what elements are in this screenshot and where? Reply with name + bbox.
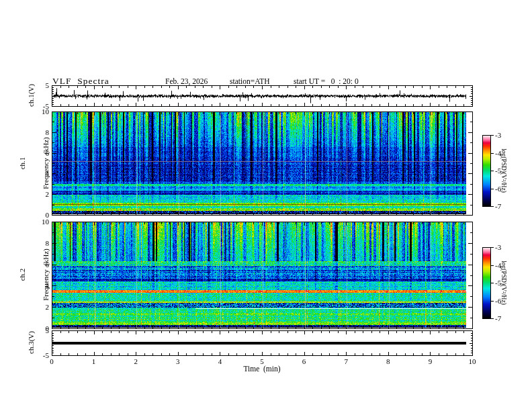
tick-label: 8	[46, 128, 50, 136]
tick-label: 4	[218, 357, 222, 365]
ch3-voltage-axis-label: ch.3(V)	[28, 331, 36, 354]
tick-label: -5	[495, 279, 501, 287]
tick-label: 10	[42, 107, 49, 116]
tick-label: 10	[42, 218, 49, 226]
colorbar1-label: log(PSD)(V²/Hz)	[500, 148, 507, 193]
tick-label: 7	[344, 357, 348, 365]
tick-label: 6	[302, 357, 306, 365]
tick-label: -7	[495, 202, 501, 210]
tick-label: -3	[495, 243, 501, 251]
tick-label: 2	[134, 357, 138, 365]
start-ut-label: start UT = 0 : 20: 0	[294, 77, 359, 85]
tick-label: 0	[50, 357, 54, 365]
date-label: Feb. 23, 2026	[165, 77, 208, 85]
tick-label: 5	[46, 81, 50, 89]
ch1-frequency-axis-label: ch.1 Frequency (kHz)	[3, 137, 65, 189]
tick-label: 1	[92, 357, 96, 365]
tick-label: 10	[469, 357, 476, 365]
tick-label: 6	[46, 261, 50, 269]
colorbar2-label: log(PSD)(V²/Hz)	[500, 261, 507, 305]
ch2-frequency-axis-line1: ch.2	[19, 248, 27, 301]
tick-label: 8	[46, 239, 50, 247]
ch1-voltage-axis-label: ch.1(V)	[28, 84, 36, 107]
tick-label: 0	[46, 324, 50, 332]
tick-label: 4	[46, 169, 50, 177]
axes-frame-canvas	[0, 0, 532, 411]
tick-label: 8	[386, 357, 390, 365]
time-axis-label: Time (min)	[243, 365, 280, 373]
tick-label: -6	[495, 297, 501, 305]
tick-label: -3	[495, 131, 501, 139]
tick-label: 5	[260, 357, 264, 365]
tick-label: 9	[429, 357, 433, 365]
tick-label: 4	[46, 281, 50, 289]
ch1-frequency-axis-line1: ch.1	[19, 137, 27, 189]
ch2-frequency-axis-line2: Frequency (kHz)	[42, 248, 50, 301]
tick-label: 2	[46, 190, 50, 198]
tick-label: -5	[495, 167, 501, 175]
tick-label: -6	[495, 185, 501, 193]
tick-label: -7	[495, 314, 501, 322]
station-label: station=ATH	[230, 77, 270, 85]
vlf-spectra-figure: VLF Spectra Feb. 23, 2026 station=ATH st…	[0, 0, 532, 411]
tick-label: 6	[46, 149, 50, 157]
ch2-frequency-axis-label: ch.2 Frequency (kHz)	[3, 248, 65, 301]
tick-label: -5	[43, 351, 49, 359]
tick-label: 2	[46, 303, 50, 311]
tick-label: 3	[176, 357, 180, 365]
figure-title: VLF Spectra	[52, 76, 109, 87]
ch1-frequency-axis-line2: Frequency (kHz)	[42, 137, 50, 189]
tick-label: -4	[495, 149, 501, 157]
tick-label: -4	[495, 261, 501, 269]
